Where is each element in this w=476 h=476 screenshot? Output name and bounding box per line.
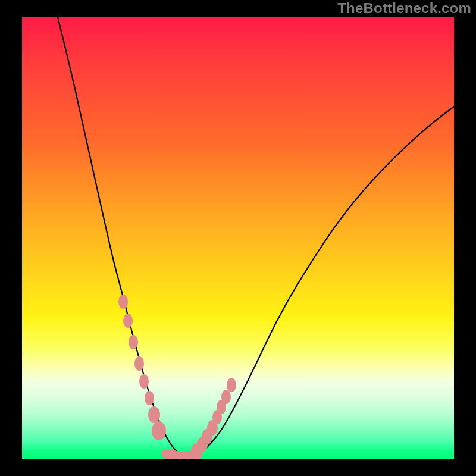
bead xyxy=(118,295,128,309)
bead xyxy=(227,378,236,392)
bead xyxy=(152,421,166,440)
bead xyxy=(129,335,138,349)
bead-cluster-left xyxy=(118,295,166,440)
bead xyxy=(221,390,231,404)
bead xyxy=(148,406,160,423)
bead-cluster-bottom xyxy=(161,449,195,459)
bottleneck-curve xyxy=(58,17,454,457)
plot-area xyxy=(22,17,454,459)
bead xyxy=(123,314,133,328)
watermark-text: TheBottleneck.com xyxy=(337,0,471,17)
bead xyxy=(134,356,144,371)
bead xyxy=(139,374,149,389)
chart-stage: TheBottleneck.com xyxy=(0,0,476,476)
bead xyxy=(145,391,154,405)
curve-layer xyxy=(22,17,454,459)
bead-cluster-right xyxy=(191,378,236,459)
